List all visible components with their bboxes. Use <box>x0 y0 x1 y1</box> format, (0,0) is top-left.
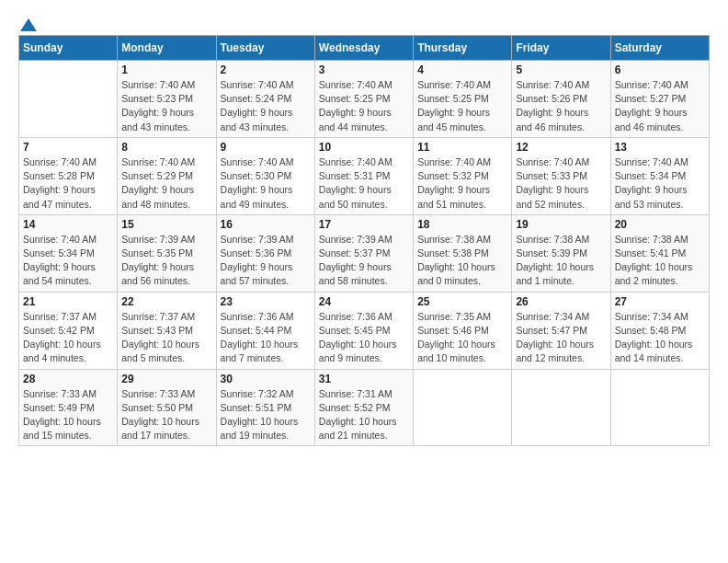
day-number: 24 <box>319 295 409 308</box>
calendar-cell: 22Sunrise: 7:37 AMSunset: 5:43 PMDayligh… <box>118 292 216 369</box>
day-info: Sunrise: 7:31 AMSunset: 5:52 PMDaylight:… <box>319 387 409 443</box>
calendar-cell: 23Sunrise: 7:36 AMSunset: 5:44 PMDayligh… <box>216 292 314 369</box>
weekday-header-tuesday: Tuesday <box>216 36 314 61</box>
day-number: 20 <box>615 218 705 231</box>
day-info: Sunrise: 7:35 AMSunset: 5:46 PMDaylight:… <box>417 310 507 366</box>
day-number: 25 <box>417 295 507 308</box>
day-number: 17 <box>319 218 409 231</box>
day-number: 30 <box>221 373 311 385</box>
calendar-cell: 18Sunrise: 7:38 AMSunset: 5:38 PMDayligh… <box>414 214 512 292</box>
calendar-cell: 2Sunrise: 7:40 AMSunset: 5:24 PMDaylight… <box>216 61 314 138</box>
day-info: Sunrise: 7:37 AMSunset: 5:43 PMDaylight:… <box>121 310 211 366</box>
calendar-week-2: 14Sunrise: 7:40 AMSunset: 5:34 PMDayligh… <box>19 214 710 292</box>
day-number: 14 <box>23 218 113 231</box>
day-info: Sunrise: 7:40 AMSunset: 5:31 PMDaylight:… <box>319 155 409 212</box>
calendar-table: SundayMondayTuesdayWednesdayThursdayFrid… <box>18 35 710 446</box>
weekday-header-thursday: Thursday <box>414 36 512 61</box>
calendar-cell: 5Sunrise: 7:40 AMSunset: 5:26 PMDaylight… <box>512 61 610 138</box>
day-info: Sunrise: 7:37 AMSunset: 5:42 PMDaylight:… <box>23 310 113 366</box>
calendar-cell: 30Sunrise: 7:32 AMSunset: 5:51 PMDayligh… <box>216 369 314 446</box>
day-number: 3 <box>319 63 409 76</box>
weekday-header-saturday: Saturday <box>610 36 709 61</box>
day-number: 11 <box>417 141 507 154</box>
calendar-cell: 1Sunrise: 7:40 AMSunset: 5:23 PMDaylight… <box>118 61 216 138</box>
day-info: Sunrise: 7:40 AMSunset: 5:27 PMDaylight:… <box>615 78 705 134</box>
day-number: 28 <box>23 373 113 385</box>
day-info: Sunrise: 7:40 AMSunset: 5:25 PMDaylight:… <box>417 78 507 134</box>
day-number: 16 <box>221 218 311 231</box>
day-number: 10 <box>319 141 409 154</box>
weekday-header-row: SundayMondayTuesdayWednesdayThursdayFrid… <box>19 36 710 61</box>
calendar-cell: 6Sunrise: 7:40 AMSunset: 5:27 PMDaylight… <box>610 61 709 138</box>
day-number: 15 <box>121 218 211 231</box>
day-number: 31 <box>319 373 409 385</box>
day-number: 8 <box>121 141 211 154</box>
day-info: Sunrise: 7:40 AMSunset: 5:28 PMDaylight:… <box>23 155 113 212</box>
calendar-cell: 24Sunrise: 7:36 AMSunset: 5:45 PMDayligh… <box>314 292 413 369</box>
calendar-cell <box>512 369 610 446</box>
day-info: Sunrise: 7:40 AMSunset: 5:26 PMDaylight:… <box>516 78 606 134</box>
day-number: 6 <box>615 63 705 76</box>
calendar-cell: 17Sunrise: 7:39 AMSunset: 5:37 PMDayligh… <box>314 214 413 292</box>
day-info: Sunrise: 7:40 AMSunset: 5:24 PMDaylight:… <box>221 78 311 134</box>
svg-marker-0 <box>20 18 37 31</box>
weekday-header-monday: Monday <box>118 36 216 61</box>
calendar-cell: 4Sunrise: 7:40 AMSunset: 5:25 PMDaylight… <box>414 61 512 138</box>
calendar-cell: 27Sunrise: 7:34 AMSunset: 5:48 PMDayligh… <box>610 292 709 369</box>
day-number: 12 <box>516 141 606 154</box>
day-number: 9 <box>221 141 311 154</box>
calendar-cell: 12Sunrise: 7:40 AMSunset: 5:33 PMDayligh… <box>512 137 610 214</box>
day-number: 5 <box>516 63 606 76</box>
day-info: Sunrise: 7:40 AMSunset: 5:34 PMDaylight:… <box>23 233 113 289</box>
calendar-cell: 10Sunrise: 7:40 AMSunset: 5:31 PMDayligh… <box>314 137 413 214</box>
day-info: Sunrise: 7:38 AMSunset: 5:39 PMDaylight:… <box>516 233 606 289</box>
calendar-cell: 14Sunrise: 7:40 AMSunset: 5:34 PMDayligh… <box>19 214 118 292</box>
calendar-week-1: 7Sunrise: 7:40 AMSunset: 5:28 PMDaylight… <box>19 137 710 214</box>
calendar-cell <box>19 61 118 138</box>
weekday-header-wednesday: Wednesday <box>314 36 413 61</box>
day-info: Sunrise: 7:34 AMSunset: 5:48 PMDaylight:… <box>615 310 705 366</box>
day-info: Sunrise: 7:38 AMSunset: 5:38 PMDaylight:… <box>417 233 507 289</box>
calendar-cell: 8Sunrise: 7:40 AMSunset: 5:29 PMDaylight… <box>118 137 216 214</box>
day-info: Sunrise: 7:40 AMSunset: 5:30 PMDaylight:… <box>221 155 311 212</box>
header-area <box>18 18 710 29</box>
day-number: 13 <box>615 141 705 154</box>
calendar-cell: 11Sunrise: 7:40 AMSunset: 5:32 PMDayligh… <box>414 137 512 214</box>
day-info: Sunrise: 7:39 AMSunset: 5:35 PMDaylight:… <box>121 233 211 289</box>
day-number: 29 <box>121 373 211 385</box>
day-info: Sunrise: 7:36 AMSunset: 5:45 PMDaylight:… <box>319 310 409 366</box>
calendar-week-0: 1Sunrise: 7:40 AMSunset: 5:23 PMDaylight… <box>19 61 710 138</box>
calendar-cell: 29Sunrise: 7:33 AMSunset: 5:50 PMDayligh… <box>118 369 216 446</box>
day-number: 4 <box>417 63 507 76</box>
calendar-cell: 9Sunrise: 7:40 AMSunset: 5:30 PMDaylight… <box>216 137 314 214</box>
calendar-cell: 7Sunrise: 7:40 AMSunset: 5:28 PMDaylight… <box>19 137 118 214</box>
weekday-header-friday: Friday <box>512 36 610 61</box>
day-info: Sunrise: 7:40 AMSunset: 5:33 PMDaylight:… <box>516 155 606 212</box>
day-number: 1 <box>121 63 211 76</box>
day-info: Sunrise: 7:39 AMSunset: 5:36 PMDaylight:… <box>221 233 311 289</box>
calendar-cell: 25Sunrise: 7:35 AMSunset: 5:46 PMDayligh… <box>414 292 512 369</box>
day-info: Sunrise: 7:40 AMSunset: 5:23 PMDaylight:… <box>121 78 211 134</box>
calendar-cell: 26Sunrise: 7:34 AMSunset: 5:47 PMDayligh… <box>512 292 610 369</box>
day-info: Sunrise: 7:32 AMSunset: 5:51 PMDaylight:… <box>221 387 311 443</box>
day-number: 23 <box>221 295 311 308</box>
day-info: Sunrise: 7:40 AMSunset: 5:29 PMDaylight:… <box>121 155 211 212</box>
day-info: Sunrise: 7:36 AMSunset: 5:44 PMDaylight:… <box>221 310 311 366</box>
calendar-cell: 20Sunrise: 7:38 AMSunset: 5:41 PMDayligh… <box>610 214 709 292</box>
day-info: Sunrise: 7:33 AMSunset: 5:50 PMDaylight:… <box>121 387 211 443</box>
logo-triangle-icon <box>20 18 37 31</box>
calendar-cell: 28Sunrise: 7:33 AMSunset: 5:49 PMDayligh… <box>19 369 118 446</box>
calendar-cell <box>414 369 512 446</box>
day-info: Sunrise: 7:38 AMSunset: 5:41 PMDaylight:… <box>615 233 705 289</box>
calendar-cell: 31Sunrise: 7:31 AMSunset: 5:52 PMDayligh… <box>314 369 413 446</box>
calendar-cell <box>610 369 709 446</box>
day-number: 2 <box>221 63 311 76</box>
day-number: 7 <box>23 141 113 154</box>
day-number: 22 <box>121 295 211 308</box>
day-info: Sunrise: 7:34 AMSunset: 5:47 PMDaylight:… <box>516 310 606 366</box>
day-number: 18 <box>417 218 507 231</box>
day-info: Sunrise: 7:39 AMSunset: 5:37 PMDaylight:… <box>319 233 409 289</box>
weekday-header-sunday: Sunday <box>19 36 118 61</box>
day-info: Sunrise: 7:33 AMSunset: 5:49 PMDaylight:… <box>23 387 113 443</box>
calendar-cell: 21Sunrise: 7:37 AMSunset: 5:42 PMDayligh… <box>19 292 118 369</box>
